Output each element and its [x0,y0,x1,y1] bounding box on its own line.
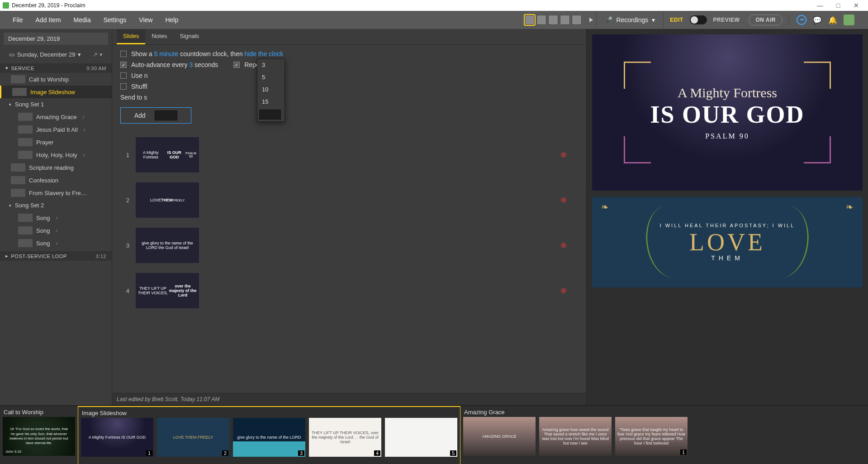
dropdown-option[interactable]: 10 [257,83,285,96]
shuffle-checkbox[interactable] [120,83,127,90]
countdown-duration-link[interactable]: 5 minute [154,50,179,57]
repeat-checkbox[interactable]: ✓ [233,62,240,68]
current-user-avatar[interactable] [844,14,854,25]
tab-signals[interactable]: Signals [173,29,205,44]
mode-toggle[interactable] [690,15,707,24]
slide-row[interactable]: 1A Mighty FortressIS OUR GODPSALM 90 [123,137,575,172]
sidebar-item[interactable]: Song♪ [0,211,112,224]
menu-help[interactable]: Help [159,11,185,29]
slide-thumbnail[interactable]: give glory to the name of the LORD the G… [136,228,199,263]
avatar[interactable] [560,15,570,25]
filmstrip-thumbnail[interactable]: A Mighty Fortress IS OUR GOD1 [81,418,153,457]
slide-thumbnail[interactable]: THEY LIFT UP THEIR VOICES,over the majes… [136,273,199,308]
preview-slide-2[interactable]: ❧❧ I WILL HEAL THEIR APOSTASY; I WILL LO… [592,197,863,287]
send-to-label: Send to s [120,94,147,101]
slide-index-badge: 4 [374,450,380,456]
maximize-button[interactable]: □ [829,2,847,9]
sidebar-item[interactable]: Song♪ [0,237,112,249]
filmstrip-thumbnail[interactable]: LOVE THEM FREELY2 [157,418,229,457]
sidebar-item-label: Call to Worship [29,76,69,83]
dropdown-option[interactable]: 15 [257,96,285,108]
slide-row[interactable]: 3give glory to the name of the LORD the … [123,228,575,263]
recordings-menu[interactable]: 🎤 Recordings ▾ [596,11,664,29]
slide-row[interactable]: 2LOVETHEMFREELY [123,182,575,218]
filmstrip-group-title: Call to Worship [3,408,75,417]
sidebar-item[interactable]: Amazing Grace♪ [0,110,112,123]
avatar[interactable] [536,15,546,25]
add-button[interactable]: Add [120,107,191,124]
preview-slide-1[interactable]: A Mighty Fortress IS OUR GOD PSALM 90 [592,34,863,191]
tab-notes[interactable]: Notes [145,29,173,44]
dropdown-custom-input[interactable] [259,110,281,120]
play-button[interactable] [586,15,596,25]
filmstrip-thumbnail[interactable]: 16 "For God so loved the world, that he … [3,417,75,456]
section-header-service[interactable]: ▾ SERVICE 9:30 AM [0,63,112,73]
add-dropdown-value[interactable] [155,110,177,120]
bell-icon[interactable]: 🔔 [828,16,837,24]
sidebar-group[interactable]: Song Set 1 [0,98,112,110]
sidebar-item-label: Song [36,240,50,247]
use-checkbox[interactable] [120,72,127,79]
filmstrip-thumbnail[interactable]: 'Twas grace that taught my heart to fear… [615,417,688,456]
slide-thumbnail[interactable]: LOVETHEMFREELY [136,182,199,218]
sidebar-item[interactable]: Prayer [0,136,112,148]
sidebar-item[interactable]: Image Slideshow [1,86,112,98]
avatar[interactable] [548,15,558,25]
slide-index-badge: 1 [680,450,687,455]
menu-file[interactable]: File [6,11,29,29]
auto-advance-checkbox[interactable]: ✓ [120,62,127,68]
dropdown-option[interactable]: 5 [257,71,285,83]
minimize-button[interactable]: — [811,2,829,9]
filmstrip-thumbnail[interactable]: Amazing grace how sweet the sound That s… [539,417,612,456]
sidebar-item-label: Song [36,215,50,221]
presentation-title[interactable]: December 29, 2019 [4,33,108,45]
menu-media[interactable]: Media [67,11,97,29]
filmstrip-thumbnail[interactable]: 5 [385,418,457,457]
slide-thumbnail[interactable]: A Mighty FortressIS OUR GODPSALM 90 [136,137,199,172]
sidebar-item[interactable]: Call to Worship [0,73,112,86]
sidebar-item-thumb [12,88,27,96]
mic-icon: 🎤 [605,16,612,24]
seconds-dropdown[interactable]: 3 5 10 15 [257,58,285,122]
close-button[interactable]: ✕ [847,2,865,9]
music-note-icon: ♪ [82,114,85,120]
menu-add-item[interactable]: Add Item [29,11,67,29]
sidebar-item[interactable]: Song♪ [0,224,112,237]
avatar[interactable] [572,15,582,25]
avatar[interactable] [525,15,535,25]
slide-status-dot [561,288,566,293]
sidebar-item-thumb [18,151,33,159]
sidebar-group[interactable]: Song Set 2 [0,199,112,211]
countdown-end-link[interactable]: hide the clock [245,50,284,57]
menu-view[interactable]: View [133,11,159,29]
sidebar-item[interactable]: Jesus Paid It All♪ [0,123,112,136]
more-icon[interactable]: ••• [797,15,806,25]
filmstrip-thumbnail[interactable]: give glory to the name of the LORD3 [233,418,305,457]
tab-slides[interactable]: Slides [117,29,145,44]
slide-row[interactable]: 4THEY LIFT UP THEIR VOICES,over the maje… [123,273,575,308]
sidebar-item[interactable]: Holy, Holy, Holy♪ [0,148,112,161]
filmstrip-group: Image SlideshowA Mighty Fortress IS OUR … [78,406,460,464]
dropdown-option[interactable]: 3 [257,59,285,71]
countdown-checkbox[interactable] [120,51,127,57]
filmstrip-thumbnail[interactable]: THEY LIFT UP THEIR VOICES, over the maje… [309,418,381,457]
sidebar-item-label: Amazing Grace [36,114,77,120]
sidebar-item-thumb [18,138,33,146]
menu-settings[interactable]: Settings [97,11,133,29]
window-titlebar: December 29, 2019 - Proclaim — □ ✕ [0,0,868,11]
on-air-button[interactable]: ON AIR [749,14,783,25]
sidebar-item-label: Image Slideshow [30,89,75,96]
sidebar-item[interactable]: From Slavery to Fre… [0,187,112,199]
editor-pane: Slides Notes Signals Show a 5 minute cou… [112,29,587,405]
sidebar-item[interactable]: Confession [0,174,112,187]
sidebar-item[interactable]: Scripture reading [0,161,112,174]
editor-tabs: Slides Notes Signals [112,29,586,45]
presentation-date[interactable]: ▭ Sunday, December 29 ▾ ↗ ▾ [4,48,108,61]
chat-icon[interactable]: 💬 [813,16,822,24]
sidebar-item-label: Holy, Holy, Holy [36,152,77,158]
section-header-post-loop[interactable]: ▸ POST-SERVICE LOOP 3:12 [0,251,112,261]
share-icon[interactable]: ↗ ▾ [93,51,103,58]
slide-index-badge: 5 [450,450,456,456]
music-note-icon: ♪ [55,228,58,233]
filmstrip-thumbnail[interactable]: AMAZING GRACE [463,417,536,456]
